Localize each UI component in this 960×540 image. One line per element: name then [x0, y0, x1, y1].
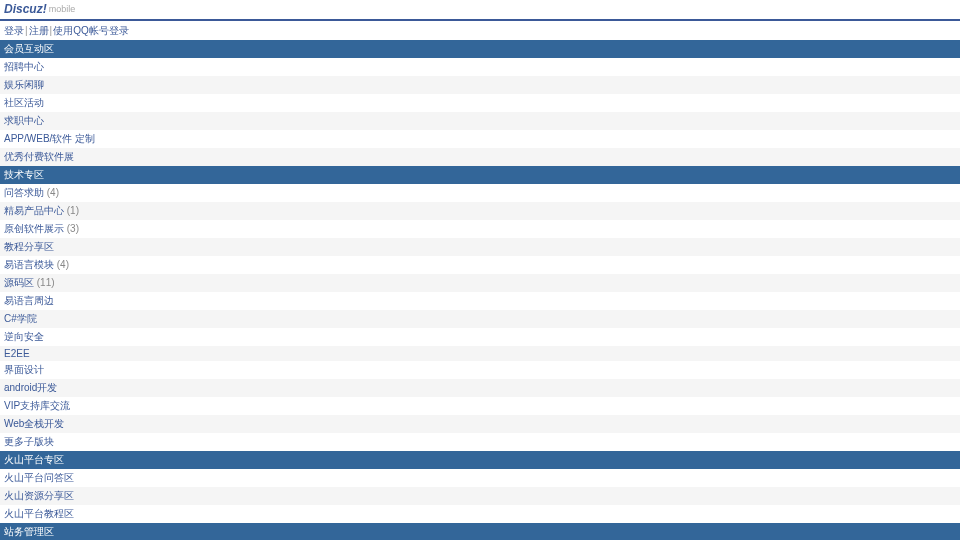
header: Discuz! mobile [0, 0, 960, 18]
forum-link[interactable]: 招聘中心 [4, 61, 44, 72]
forum-link[interactable]: 精易产品中心 [4, 205, 64, 216]
forum-count: (11) [34, 277, 55, 288]
forum-row: APP/WEB/软件 定制 [0, 130, 960, 148]
forum-row: C#学院 [0, 310, 960, 328]
forum-link[interactable]: 社区活动 [4, 97, 44, 108]
auth-links: 登录|注册|使用QQ帐号登录 [0, 22, 960, 40]
mobile-tag: mobile [49, 4, 76, 14]
forum-link[interactable]: 源码区 [4, 277, 34, 288]
forum-row: 火山平台问答区 [0, 469, 960, 487]
forum-link[interactable]: 易语言周边 [4, 295, 54, 306]
separator: | [50, 25, 53, 36]
forum-count: (1) [64, 205, 79, 216]
section-header[interactable]: 会员互动区 [0, 40, 960, 58]
section-header[interactable]: 站务管理区 [0, 523, 960, 540]
forum-link[interactable]: 火山资源分享区 [4, 490, 74, 501]
forum-count: (4) [54, 259, 69, 270]
forum-row: 火山平台教程区 [0, 505, 960, 523]
forum-row: 求职中心 [0, 112, 960, 130]
forum-link[interactable]: android开发 [4, 382, 57, 393]
forum-link[interactable]: 原创软件展示 [4, 223, 64, 234]
section-header[interactable]: 技术专区 [0, 166, 960, 184]
forum-row: 原创软件展示 (3) [0, 220, 960, 238]
forum-row: 社区活动 [0, 94, 960, 112]
forum-row: 问答求助 (4) [0, 184, 960, 202]
forum-link[interactable]: 更多子版块 [4, 436, 54, 447]
forum-row: 易语言周边 [0, 292, 960, 310]
forum-link[interactable]: 娱乐闲聊 [4, 79, 44, 90]
forum-row: 界面设计 [0, 361, 960, 379]
forum-row: E2EE [0, 346, 960, 361]
forum-row: 招聘中心 [0, 58, 960, 76]
forum-link[interactable]: 问答求助 [4, 187, 44, 198]
forum-link[interactable]: APP/WEB/软件 定制 [4, 133, 95, 144]
forum-count: (4) [44, 187, 59, 198]
register-link[interactable]: 注册 [29, 25, 49, 36]
sections-container: 会员互动区招聘中心娱乐闲聊社区活动求职中心APP/WEB/软件 定制优秀付费软件… [0, 40, 960, 540]
forum-link[interactable]: 教程分享区 [4, 241, 54, 252]
separator: | [25, 25, 28, 36]
forum-count: (3) [64, 223, 79, 234]
forum-row: 优秀付费软件展 [0, 148, 960, 166]
forum-link[interactable]: VIP支持库交流 [4, 400, 70, 411]
forum-link[interactable]: 逆向安全 [4, 331, 44, 342]
forum-row: 逆向安全 [0, 328, 960, 346]
forum-link[interactable]: 界面设计 [4, 364, 44, 375]
forum-link[interactable]: 易语言模块 [4, 259, 54, 270]
section-header[interactable]: 火山平台专区 [0, 451, 960, 469]
forum-row: Web全栈开发 [0, 415, 960, 433]
forum-link[interactable]: 优秀付费软件展 [4, 151, 74, 162]
forum-row: 更多子版块 [0, 433, 960, 451]
forum-row: 火山资源分享区 [0, 487, 960, 505]
forum-link[interactable]: C#学院 [4, 313, 37, 324]
qq-login-link[interactable]: 使用QQ帐号登录 [53, 25, 129, 36]
forum-row: VIP支持库交流 [0, 397, 960, 415]
forum-row: android开发 [0, 379, 960, 397]
forum-link[interactable]: Web全栈开发 [4, 418, 64, 429]
forum-row: 精易产品中心 (1) [0, 202, 960, 220]
logo: Discuz! [4, 2, 47, 16]
forum-row: 易语言模块 (4) [0, 256, 960, 274]
forum-row: 娱乐闲聊 [0, 76, 960, 94]
forum-link[interactable]: 求职中心 [4, 115, 44, 126]
forum-link[interactable]: 火山平台教程区 [4, 508, 74, 519]
forum-row: 教程分享区 [0, 238, 960, 256]
divider [0, 19, 960, 21]
forum-link[interactable]: 火山平台问答区 [4, 472, 74, 483]
forum-link[interactable]: E2EE [4, 348, 30, 359]
forum-row: 源码区 (11) [0, 274, 960, 292]
login-link[interactable]: 登录 [4, 25, 24, 36]
